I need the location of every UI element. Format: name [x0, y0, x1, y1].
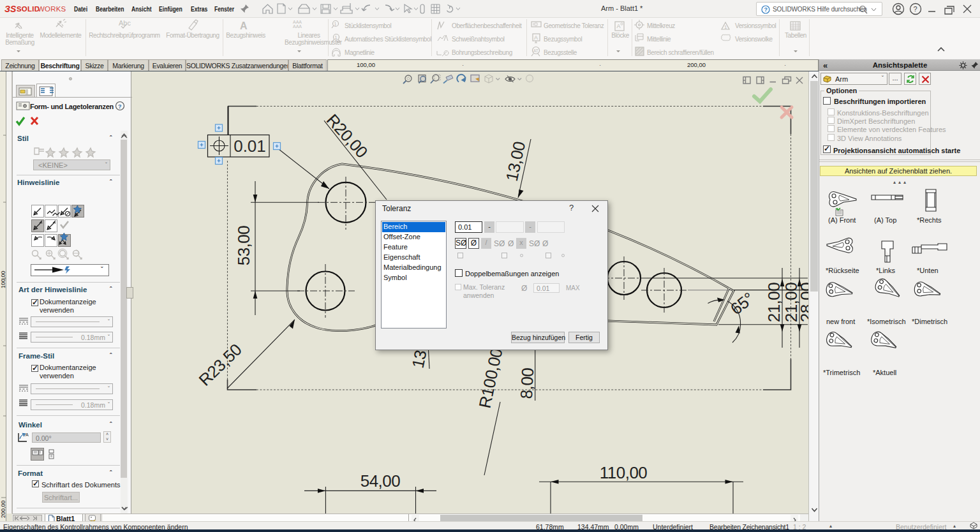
svg-text:*Rechts: *Rechts — [917, 216, 942, 224]
svg-text:AAA: AAA — [293, 24, 302, 29]
svg-text:SOLID: SOLID — [17, 5, 40, 13]
svg-text:21,00: 21,00 — [764, 283, 783, 323]
svg-text:?: ? — [118, 103, 122, 110]
svg-text:R23,50: R23,50 — [195, 340, 246, 390]
svg-text:(A) Front: (A) Front — [828, 216, 856, 224]
svg-text:*Aktuell: *Aktuell — [873, 369, 896, 376]
svg-text:8,00: 8,00 — [517, 367, 538, 399]
svg-text:*Links: *Links — [876, 267, 895, 274]
svg-text:54,00: 54,00 — [360, 471, 401, 491]
svg-text:R20,00: R20,00 — [323, 110, 371, 161]
svg-text:53,00: 53,00 — [234, 226, 253, 266]
svg-text:A: A — [240, 20, 248, 31]
svg-text:new front: new front — [826, 318, 855, 325]
svg-text:1: 1 — [724, 24, 727, 30]
svg-text:WORKS: WORKS — [38, 5, 66, 13]
svg-text:ЗS: ЗS — [4, 4, 17, 14]
svg-text:100,00: 100,00 — [0, 270, 6, 288]
svg-text:*Dimetrisch: *Dimetrisch — [912, 318, 947, 325]
svg-text:AAA: AAA — [293, 20, 302, 24]
svg-text:*Unten: *Unten — [917, 267, 939, 274]
svg-text:(A) Top: (A) Top — [874, 216, 896, 224]
svg-text:AT: AT — [533, 48, 538, 53]
svg-text:*Trimetrisch: *Trimetrisch — [823, 369, 860, 376]
svg-text:110,00: 110,00 — [600, 463, 648, 482]
svg-text:13: 13 — [408, 348, 430, 370]
svg-text:?: ? — [764, 6, 768, 13]
svg-text:A: A — [534, 34, 538, 41]
svg-text:A: A — [617, 23, 621, 29]
svg-text:200,00: 200,00 — [0, 500, 6, 518]
svg-text:R100,00: R100,00 — [475, 346, 506, 410]
svg-text:*Rückseite: *Rückseite — [826, 267, 859, 274]
svg-text:65°: 65° — [727, 289, 757, 319]
svg-text:1: 1 — [334, 22, 337, 26]
svg-text:0.01: 0.01 — [234, 137, 266, 156]
svg-text:28,00: 28,00 — [797, 283, 808, 323]
svg-text:A: A — [26, 432, 29, 437]
svg-text:*Isometrisch: *Isometrisch — [867, 318, 906, 325]
svg-text:13,00: 13,00 — [502, 140, 529, 182]
svg-text:?: ? — [914, 5, 917, 13]
